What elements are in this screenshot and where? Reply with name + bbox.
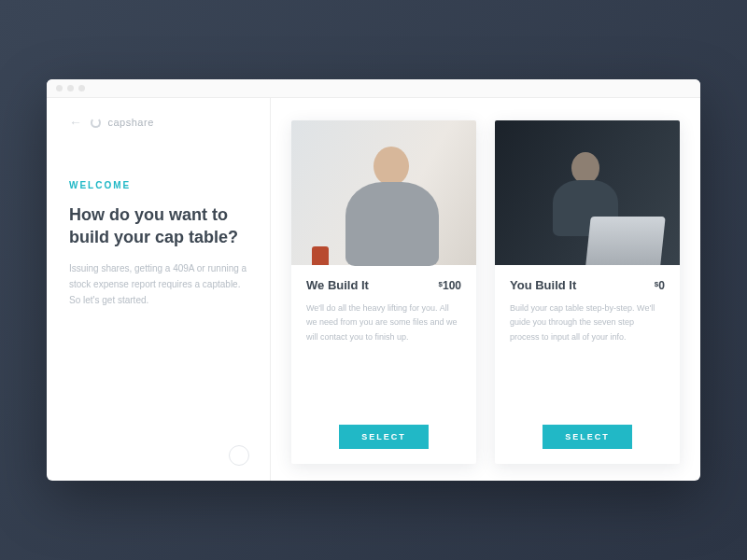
page-subcopy: Issuing shares, getting a 409A or runnin… [69, 260, 247, 308]
sidebar: ← capshare WELCOME How do you want to bu… [47, 98, 271, 481]
person-illustration [374, 147, 409, 186]
card-price: $100 [439, 279, 461, 292]
card-body: We Build It $100 We'll do all the heavy … [291, 265, 476, 464]
card-title: We Build It [306, 278, 369, 292]
card-title: You Build It [510, 278, 576, 292]
traffic-light-close[interactable] [56, 85, 63, 91]
person-illustration [571, 152, 599, 184]
card-image [291, 120, 476, 265]
card-header: You Build It $0 [510, 278, 665, 292]
main-panel: We Build It $100 We'll do all the heavy … [271, 98, 700, 481]
brand-logo-icon [91, 118, 101, 128]
laptop-illustration [585, 217, 665, 265]
eyebrow-label: WELCOME [69, 180, 247, 190]
cup-illustration [312, 246, 329, 265]
back-arrow-icon[interactable]: ← [69, 115, 83, 130]
select-button[interactable]: SELECT [339, 425, 429, 449]
pager-indicator[interactable] [229, 445, 249, 466]
app-window: ← capshare WELCOME How do you want to bu… [47, 79, 700, 481]
page-title: How do you want to build your cap table? [69, 203, 247, 249]
brand-name: capshare [108, 117, 154, 128]
card-description: We'll do all the heavy lifting for you. … [306, 301, 461, 413]
traffic-light-zoom[interactable] [78, 85, 85, 91]
select-button[interactable]: SELECT [543, 425, 632, 449]
person-illustration [345, 182, 439, 266]
card-header: We Build It $100 [306, 278, 461, 292]
option-card-you-build: You Build It $0 Build your cap table ste… [495, 120, 680, 464]
card-description: Build your cap table step-by-step. We'll… [510, 301, 665, 413]
brand-row: ← capshare [69, 115, 247, 130]
card-price: $0 [655, 279, 665, 292]
option-card-we-build: We Build It $100 We'll do all the heavy … [291, 120, 476, 464]
card-image [495, 120, 680, 265]
content-area: ← capshare WELCOME How do you want to bu… [47, 98, 700, 481]
card-body: You Build It $0 Build your cap table ste… [495, 265, 680, 464]
traffic-light-minimize[interactable] [67, 85, 74, 91]
window-titlebar [47, 79, 700, 98]
